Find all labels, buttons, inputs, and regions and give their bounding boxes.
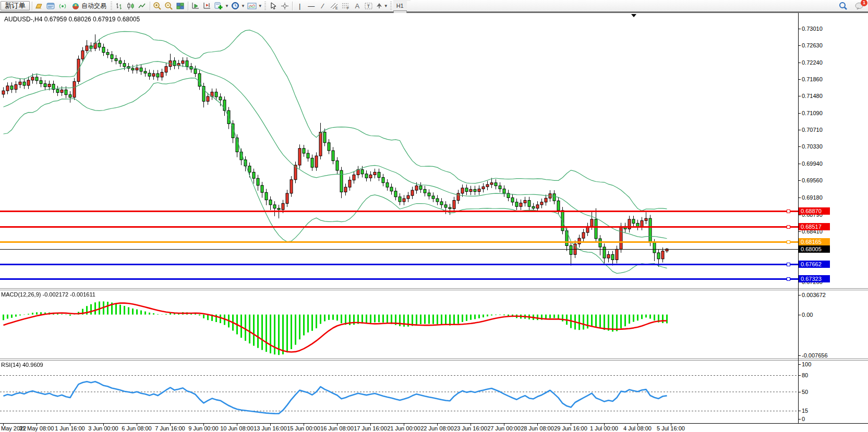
rsi-tick-label: 80	[802, 372, 808, 379]
rsi-tick-mark	[798, 364, 801, 365]
macd-tick-mark	[798, 295, 801, 295]
macd-tick-mark	[798, 315, 801, 315]
price-tick-label: 0.69940	[802, 160, 823, 167]
chart-shift-icon[interactable]	[202, 1, 212, 10]
chevron-down-icon: ▼	[241, 4, 245, 8]
zoom-out-icon[interactable]	[164, 1, 174, 10]
vertical-line-tool-icon[interactable]: |	[295, 1, 305, 10]
rsi-tick-mark	[798, 375, 801, 376]
rsi-tick-label: 100	[802, 361, 811, 368]
auto-scroll-icon[interactable]	[190, 1, 201, 10]
text-label-tool-icon[interactable]: T	[364, 1, 374, 10]
periods-button[interactable]: ▼	[231, 1, 246, 10]
rsi-tick-mark	[798, 419, 801, 419]
horizontal-line-tool-icon[interactable]: —	[306, 1, 317, 10]
price-horizontal-line[interactable]	[0, 241, 798, 243]
svg-text:E: E	[335, 6, 338, 10]
toolbar: 新订单 自动交易 ▼ ▼	[0, 0, 868, 13]
rsi-tick-label: 15	[802, 407, 808, 414]
market-depth-icon[interactable]	[46, 1, 56, 10]
chart-window: AUDUSD-,H4 0.67959 0.68026 0.67919 0.680…	[0, 13, 868, 432]
channel-tool-icon[interactable]: E	[329, 1, 340, 10]
macd-panel-chart[interactable]	[0, 290, 798, 359]
templates-button[interactable]: ▼	[247, 1, 263, 10]
cursor-icon[interactable]	[268, 1, 279, 10]
macd-tick-label: 0.003672	[802, 291, 826, 299]
price-tick-label: 0.73010	[802, 25, 823, 32]
rsi-indicator-label: RSI(14) 40.9609	[1, 362, 43, 368]
line-drag-handle[interactable]	[787, 225, 790, 229]
price-tick-label: 0.71090	[802, 109, 823, 117]
rsi-tick-label: 50	[802, 388, 808, 396]
line-chart-icon[interactable]	[137, 1, 148, 10]
price-tick-label: 0.71860	[802, 76, 823, 83]
text-tool-icon[interactable]: A	[352, 1, 363, 10]
auto-trading-label: 自动交易	[81, 2, 106, 10]
price-tick-label: 0.72630	[802, 42, 823, 49]
price-tick-label: 0.70330	[802, 143, 823, 150]
toolbar-grip	[390, 2, 392, 10]
toolbar-separator	[150, 2, 150, 10]
search-icon[interactable]	[838, 1, 848, 10]
gold-bar-icon[interactable]	[34, 1, 45, 10]
macd-tick-label: -0.007656	[802, 352, 828, 359]
line-drag-handle[interactable]	[787, 263, 790, 266]
notifications-chat-icon[interactable]: 1	[854, 1, 864, 10]
price-line-label: 0.68870	[799, 207, 830, 215]
line-drag-handle[interactable]	[787, 240, 790, 244]
rsi-panel-chart[interactable]	[0, 361, 798, 423]
macd-tick-mark	[798, 355, 801, 356]
price-horizontal-line[interactable]	[0, 226, 798, 228]
price-tick-label: 0.72240	[802, 59, 823, 66]
signal-icon[interactable]	[57, 1, 68, 10]
fibonacci-tool-icon[interactable]: F	[341, 1, 351, 10]
toolbar-separator	[292, 2, 293, 10]
price-horizontal-line[interactable]	[0, 211, 798, 212]
toolbar-right-icons: 1	[837, 1, 865, 10]
indicators-button[interactable]: ▼	[213, 1, 230, 10]
panel-splitter[interactable]	[0, 359, 868, 361]
scroll-end-marker-icon[interactable]	[631, 14, 636, 17]
rsi-tick-label: 0	[802, 415, 805, 423]
macd-indicator-label: MACD(12,26,9) -0.002172 -0.001611	[1, 291, 95, 298]
rsi-tick-mark	[798, 392, 801, 392]
candlestick-chart-icon[interactable]	[126, 1, 136, 10]
main-price-chart[interactable]	[0, 13, 798, 288]
chevron-down-icon: ▼	[225, 4, 229, 8]
price-line-label: 0.68517	[799, 223, 830, 230]
bar-chart-icon[interactable]	[114, 1, 125, 10]
toolbar-separator	[188, 2, 188, 10]
time-tick-label: 5 Jul 16:00	[650, 425, 692, 431]
time-axis[interactable]: May 202231 May 08:001 Jun 16:003 Jun 00:…	[0, 423, 868, 432]
zoom-in-icon[interactable]	[152, 1, 163, 10]
price-line-label: 0.68165	[799, 238, 830, 245]
timeframe-h1-button[interactable]: H1	[393, 1, 407, 10]
svg-text:F: F	[347, 6, 349, 10]
price-tick-label: 0.71480	[802, 92, 823, 100]
svg-text:T: T	[367, 4, 370, 9]
axis-border-line	[798, 13, 799, 423]
trendline-tool-icon[interactable]: ∕	[318, 1, 328, 10]
shapes-tool-button[interactable]: ▼	[375, 1, 389, 10]
tile-windows-icon[interactable]	[175, 1, 186, 10]
line-drag-handle[interactable]	[787, 277, 790, 281]
rsi-tick-mark	[798, 411, 801, 411]
line-drag-handle[interactable]	[787, 209, 790, 213]
auto-trading-button[interactable]: 自动交易	[69, 1, 109, 10]
price-line-label: 0.67323	[799, 275, 830, 282]
toolbar-grip	[264, 2, 266, 10]
toolbar-grip	[111, 2, 112, 10]
crosshair-icon[interactable]	[280, 1, 290, 10]
price-line-label: 0.68005	[799, 245, 830, 253]
panel-splitter[interactable]	[0, 288, 868, 290]
chevron-down-icon: ▼	[384, 4, 388, 8]
price-line-label: 0.67662	[799, 261, 830, 268]
new-order-button[interactable]: 新订单	[1, 1, 30, 10]
notification-badge: 1	[861, 0, 867, 6]
price-tick-label: 0.70710	[802, 126, 823, 133]
price-horizontal-line[interactable]	[0, 278, 798, 280]
price-horizontal-line[interactable]	[0, 249, 798, 250]
chart-ohlc-title: AUDUSD-,H4 0.67959 0.68026 0.67919 0.680…	[4, 16, 140, 23]
price-horizontal-line[interactable]	[0, 264, 798, 265]
toolbar-separator	[32, 2, 32, 10]
